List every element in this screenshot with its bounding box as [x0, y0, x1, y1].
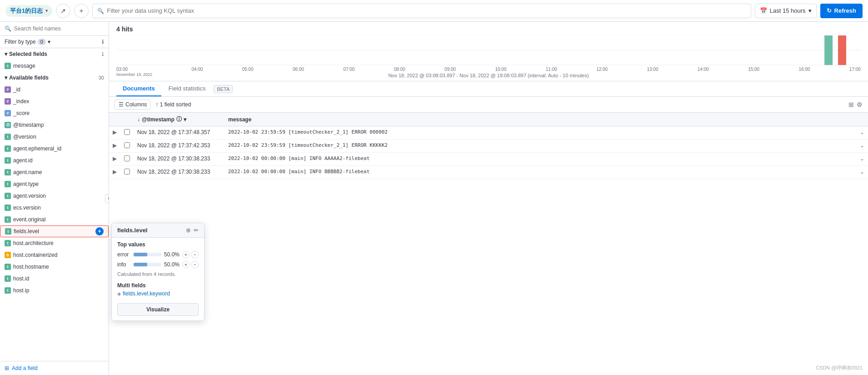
- field-item-message[interactable]: t message: [0, 60, 109, 72]
- documents-table-area: ☰ Columns ↑ 1 field sorted ⊞ ⚙: [109, 97, 868, 375]
- top-value-bar-fill: [134, 253, 147, 256]
- field-item-host-hostname[interactable]: t host.hostname: [0, 261, 109, 273]
- chart-x-axis: 03:00November 18, 2022 04:00 05:00 06:00…: [116, 67, 861, 78]
- row-checkbox[interactable]: [120, 153, 134, 166]
- field-name: host.id: [13, 275, 29, 282]
- filter-exclude-action[interactable]: −: [191, 261, 199, 268]
- expand-row-btn[interactable]: ▶: [109, 153, 120, 166]
- top-value-row-error: error 50.0% + −: [112, 250, 204, 260]
- filter-include-icon[interactable]: ⊕: [186, 227, 191, 234]
- available-fields-header[interactable]: ▾ Available fields 30: [0, 72, 109, 84]
- field-name: agent.version: [13, 193, 46, 199]
- field-item-agent-name[interactable]: t agent.name: [0, 166, 109, 178]
- share-button[interactable]: ↗: [56, 4, 70, 18]
- visualize-button[interactable]: Visualize: [117, 303, 199, 316]
- row-expand-icon[interactable]: ⌄: [856, 166, 868, 179]
- filter-type-row: Filter by type 0 ▾ ℹ: [0, 36, 109, 48]
- field-type-badge: t: [5, 205, 11, 211]
- field-item-_id[interactable]: # _id: [0, 84, 109, 95]
- field-item-host-architecture[interactable]: t host.architecture: [0, 237, 109, 249]
- top-value-pct: 50.0%: [164, 251, 180, 258]
- kql-input[interactable]: [107, 7, 746, 14]
- settings-icon[interactable]: ⚙: [857, 101, 863, 108]
- selected-fields-count: 1: [101, 51, 104, 57]
- filter-exclude-action[interactable]: −: [191, 251, 199, 258]
- field-search-bar[interactable]: 🔍: [0, 22, 109, 36]
- row-expand-icon[interactable]: ⌄: [856, 126, 868, 140]
- timestamp-col-header[interactable]: ↓ @timestamp ⓘ ▾: [134, 113, 224, 126]
- row-checkbox[interactable]: [120, 126, 134, 140]
- grid-view-icon[interactable]: ⊞: [848, 101, 854, 108]
- columns-button[interactable]: ☰ Columns: [115, 100, 151, 110]
- calc-label: Calculated from 4 records.: [112, 270, 204, 280]
- row-expand-icon[interactable]: ⌄: [856, 153, 868, 166]
- filter-info-icon[interactable]: ℹ: [102, 39, 104, 45]
- field-item-_index[interactable]: # _index: [0, 95, 109, 107]
- row-expand-icon[interactable]: ⌄: [856, 140, 868, 153]
- search-icon: 🔍: [5, 25, 11, 32]
- search-icon: 🔍: [97, 8, 104, 14]
- field-item-agent-type[interactable]: t agent.type: [0, 178, 109, 190]
- app-pill[interactable]: 平台1的日志 ▾: [5, 5, 52, 17]
- field-item-agent-version[interactable]: t agent.version: [0, 190, 109, 202]
- main-layout: 🔍 Filter by type 0 ▾ ℹ ▾ Selected fields…: [0, 22, 868, 375]
- time-picker[interactable]: 📅 Last 15 hours ▾: [755, 4, 817, 18]
- expand-row-btn[interactable]: ▶: [109, 126, 120, 140]
- field-name: agent.type: [13, 181, 39, 187]
- field-item-host-containerized[interactable]: b host.containerized: [0, 249, 109, 261]
- kql-search-bar[interactable]: 🔍: [92, 4, 751, 18]
- table-row: ▶ Nov 18, 2022 @ 17:37:42.353 2022-10-02…: [109, 140, 868, 153]
- tab-field-statistics[interactable]: Field statistics: [162, 81, 212, 96]
- field-name: agent.ephemeral_id: [13, 145, 61, 152]
- row-checkbox[interactable]: [120, 140, 134, 153]
- field-name: _index: [13, 98, 29, 105]
- field-item-_score[interactable]: # _score: [0, 107, 109, 119]
- table-row: ▶ Nov 18, 2022 @ 17:30:38.233 2022-10-02…: [109, 153, 868, 166]
- documents-table: ↓ @timestamp ⓘ ▾ message ▶: [109, 113, 868, 179]
- field-type-badge: #: [5, 98, 11, 105]
- message-col-header[interactable]: message: [224, 113, 856, 126]
- add-field-button[interactable]: ⊞ Add a field: [0, 361, 109, 375]
- calendar-icon: 📅: [760, 7, 767, 14]
- row-checkbox[interactable]: [120, 166, 134, 179]
- table-row: ▶ Nov 18, 2022 @ 17:37:48.357 2022-10-02…: [109, 126, 868, 140]
- field-name: _score: [13, 110, 30, 116]
- field-item-host-id[interactable]: t host.id: [0, 273, 109, 285]
- field-item-@timestamp[interactable]: ⏱ @timestamp: [0, 119, 109, 131]
- field-type-badge: t: [5, 264, 11, 270]
- multi-field-name: fields.level.keyword: [123, 290, 170, 297]
- refresh-button[interactable]: ↻ Refresh: [820, 4, 863, 18]
- add-field-plus[interactable]: +: [95, 227, 104, 235]
- filter-chevron[interactable]: ▾: [48, 39, 50, 45]
- field-item-@version[interactable]: t @version: [0, 131, 109, 143]
- field-item-host-ip[interactable]: t host.ip: [0, 285, 109, 296]
- field-name: event.original: [13, 216, 45, 223]
- expand-row-btn[interactable]: ▶: [109, 140, 120, 153]
- field-item-ecs-version[interactable]: t ecs.version: [0, 202, 109, 214]
- sidebar: 🔍 Filter by type 0 ▾ ℹ ▾ Selected fields…: [0, 22, 109, 375]
- filter-include-action[interactable]: +: [182, 251, 190, 258]
- ts-chevron[interactable]: ▾: [184, 116, 186, 123]
- field-name: agent.name: [13, 169, 42, 175]
- field-type-badge: t: [5, 216, 11, 223]
- filter-include-action[interactable]: +: [182, 261, 190, 268]
- table-row: ▶ Nov 18, 2022 @ 17:30:38.233 2022-10-02…: [109, 166, 868, 179]
- add-field-icon: ⊞: [5, 365, 9, 371]
- row-timestamp: Nov 18, 2022 @ 17:30:38.233: [134, 153, 224, 166]
- tab-documents[interactable]: Documents: [116, 81, 161, 96]
- field-item-agent-id[interactable]: t agent.id: [0, 155, 109, 166]
- top-value-label: info: [117, 261, 131, 268]
- field-item-event-original[interactable]: t event.original: [0, 214, 109, 225]
- field-item-fields-level[interactable]: t fields.level +: [0, 225, 109, 237]
- collapse-sidebar-button[interactable]: ⟨⟩: [105, 194, 109, 203]
- table-view-icons: ⊞ ⚙: [848, 101, 863, 108]
- expand-row-btn[interactable]: ▶: [109, 166, 120, 179]
- search-field-input[interactable]: [14, 25, 104, 32]
- field-item-agent-ephemeral_id[interactable]: t agent.ephemeral_id: [0, 143, 109, 155]
- selected-fields-header[interactable]: ▾ Selected fields 1: [0, 48, 109, 60]
- edit-icon[interactable]: ✏: [194, 227, 199, 234]
- add-button[interactable]: ＋: [74, 4, 89, 18]
- field-type-badge: t: [5, 287, 11, 294]
- tab-beta-badge[interactable]: BETA: [214, 85, 233, 93]
- histogram-area: 4 hits 03:00November 18, 2022 04:00 05:0…: [109, 22, 868, 81]
